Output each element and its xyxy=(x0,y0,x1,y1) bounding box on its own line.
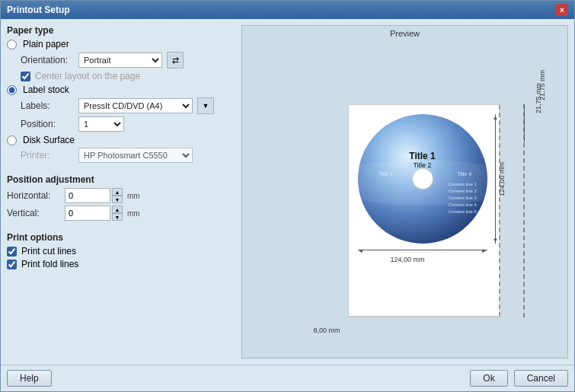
plain-paper-label: Plain paper xyxy=(23,39,69,49)
horizontal-input[interactable] xyxy=(65,188,110,203)
disk-surface-radio[interactable] xyxy=(7,135,17,145)
vertical-label: Vertical: xyxy=(7,208,60,218)
horizontal-up-btn[interactable]: ▲ xyxy=(112,188,123,196)
labels-label: Labels: xyxy=(21,100,74,111)
vertical-unit: mm xyxy=(127,209,140,218)
position-label: Position: xyxy=(21,119,74,129)
vertical-up-btn[interactable]: ▲ xyxy=(112,206,123,213)
orientation-select[interactable]: Portrait Landscape xyxy=(78,53,162,68)
label-stock-label: Label stock xyxy=(23,84,69,95)
dim-left-value: 8,00 mm xyxy=(314,327,340,334)
cancel-button[interactable]: Cancel xyxy=(514,370,568,387)
cd-title3: Title 3 xyxy=(379,171,393,177)
cd-content-lines: Content line 1 Content line 2 Content li… xyxy=(449,181,477,215)
left-panel: Paper type Plain paper Orientation: Port… xyxy=(7,25,235,359)
cd-disc: Title 1 Title 2 Title 3 Title 4 Content … xyxy=(358,114,487,244)
dim-v-arrow-line: ▲ ▼ xyxy=(495,114,496,244)
label-stock-radio[interactable] xyxy=(7,85,17,95)
horizontal-down-btn[interactable]: ▼ xyxy=(112,196,123,203)
help-button[interactable]: Help xyxy=(7,370,52,387)
paper-bottom xyxy=(349,316,500,317)
preview-title: Preview xyxy=(390,26,420,41)
dialog-window: Printout Setup × Paper type Plain paper … xyxy=(0,0,575,392)
paper-sheet: Title 1 Title 2 Title 3 Title 4 Content … xyxy=(348,104,500,317)
position-adjustment-title: Position adjustment xyxy=(7,174,235,185)
dim-h-arrow-line: ◄ ► xyxy=(358,250,487,250)
paper-type-section: Paper type Plain paper Orientation: Port… xyxy=(7,25,235,165)
position-select[interactable]: 1 2 3 xyxy=(78,116,124,132)
labels-browse-btn[interactable]: ▼ xyxy=(197,97,214,114)
vertical-down-btn[interactable]: ▼ xyxy=(112,213,123,221)
printer-select[interactable]: HP Photosmart C5550 xyxy=(78,148,193,163)
fold-lines-checkbox[interactable] xyxy=(7,260,17,269)
top-dim-line xyxy=(524,104,525,142)
position-adjustment-section: Position adjustment Horizontal: ▲ ▼ mm V… xyxy=(7,174,235,223)
orientation-icon-btn[interactable]: ⇄ xyxy=(167,52,184,69)
labels-select[interactable]: PressIt CD/DVD (A4) PressIt CD/DVD (Lett… xyxy=(78,98,193,113)
fold-line-right xyxy=(499,105,500,317)
cd-title2: Title 2 xyxy=(409,161,435,169)
preview-panel: Preview 21,75 mm xyxy=(241,25,568,359)
center-layout-checkbox[interactable] xyxy=(21,72,30,81)
printer-label: Printer: xyxy=(21,150,74,161)
cd-hole xyxy=(412,168,433,190)
vertical-input[interactable] xyxy=(65,206,110,221)
dialog-title: Printout Setup xyxy=(7,5,70,15)
print-options-title: Print options xyxy=(7,232,235,243)
close-button[interactable]: × xyxy=(556,4,568,16)
plain-paper-radio[interactable] xyxy=(7,40,17,49)
cut-lines-label: Print cut lines xyxy=(21,246,76,257)
ok-button[interactable]: Ok xyxy=(470,370,507,387)
cut-lines-checkbox[interactable] xyxy=(7,247,17,257)
disk-surface-label: Disk Surface xyxy=(23,135,75,145)
orientation-label: Orientation: xyxy=(21,55,74,65)
fold-lines-label: Print fold lines xyxy=(21,259,78,269)
preview-area: 21,75 mm xyxy=(242,41,567,358)
vertical-spinner: ▲ ▼ xyxy=(65,206,123,221)
title-bar: Printout Setup × xyxy=(1,1,574,19)
dim-top-value: 21,75 mm xyxy=(535,83,542,113)
footer-bar: Help Ok Cancel xyxy=(1,365,574,391)
horizontal-label: Horizontal: xyxy=(7,190,60,201)
vertical-spinner-btns: ▲ ▼ xyxy=(112,206,123,221)
dialog-body: Paper type Plain paper Orientation: Port… xyxy=(1,19,574,365)
dim-height-value: 124,00 mm xyxy=(498,162,506,196)
paper-type-title: Paper type xyxy=(7,25,235,36)
horizontal-unit: mm xyxy=(127,192,140,200)
cd-title1: Title 1 Title 2 xyxy=(409,151,435,169)
paper-container: Title 1 Title 2 Title 3 Title 4 Content … xyxy=(348,104,500,317)
print-options-section: Print options Print cut lines Print fold… xyxy=(7,232,235,272)
dim-width-value: 124,00 mm xyxy=(391,256,425,263)
cd-title4: Title 4 xyxy=(457,171,471,177)
center-layout-label: Center layout on the page xyxy=(35,71,140,81)
horizontal-spinner: ▲ ▼ xyxy=(65,188,123,203)
horizontal-spinner-btns: ▲ ▼ xyxy=(112,188,123,203)
footer-right-buttons: Ok Cancel xyxy=(470,370,568,387)
